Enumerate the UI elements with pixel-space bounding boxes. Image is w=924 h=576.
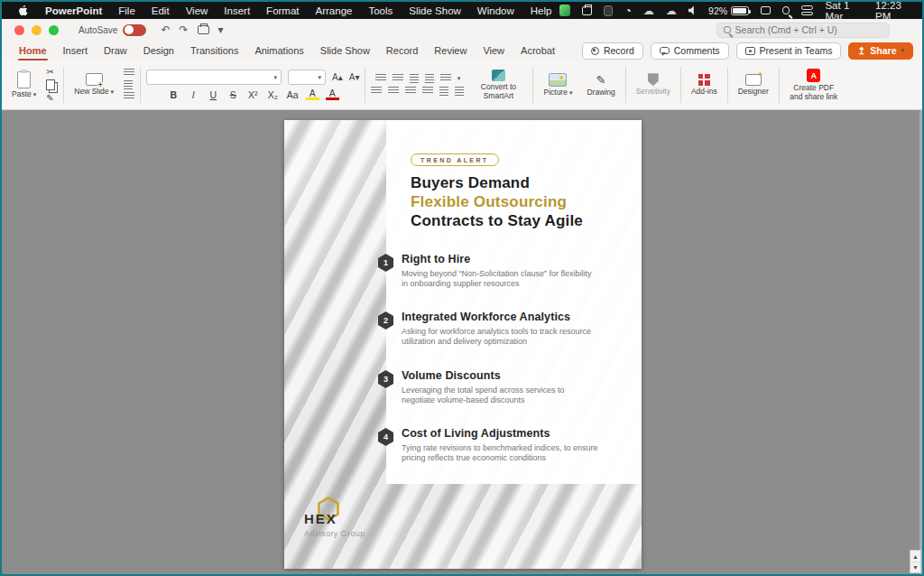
underline-button[interactable]: U bbox=[207, 89, 220, 100]
shrink-font-icon[interactable]: A▾ bbox=[349, 72, 360, 82]
increase-indent-button[interactable] bbox=[425, 74, 434, 83]
menu-view[interactable]: View bbox=[178, 5, 217, 16]
battery-indicator[interactable]: 92% bbox=[708, 5, 749, 16]
tab-insert[interactable]: Insert bbox=[55, 42, 97, 60]
align-left-button[interactable] bbox=[371, 87, 382, 96]
tab-animations[interactable]: Animations bbox=[246, 42, 311, 60]
font-name-select[interactable]: ▾ bbox=[146, 70, 282, 85]
hexagon-number-badge: 1 bbox=[378, 254, 393, 272]
sensitivity-button[interactable]: Sensitivity bbox=[632, 72, 675, 98]
zoom-window-button[interactable] bbox=[49, 25, 59, 35]
tab-view[interactable]: View bbox=[475, 42, 513, 60]
screen-mirroring-icon[interactable] bbox=[761, 6, 771, 14]
teams-icon bbox=[745, 47, 755, 55]
justify-button[interactable] bbox=[422, 87, 433, 96]
slide-canvas[interactable]: TREND ALERT Buyers Demand Flexible Outso… bbox=[2, 110, 922, 574]
menu-window[interactable]: Window bbox=[469, 5, 522, 16]
italic-button[interactable]: I bbox=[187, 89, 200, 100]
pen-icon: ✎ bbox=[596, 73, 606, 87]
line-spacing-button[interactable] bbox=[439, 87, 448, 96]
control-center-icon[interactable] bbox=[801, 5, 813, 15]
slide[interactable]: TREND ALERT Buyers Demand Flexible Outso… bbox=[284, 120, 642, 569]
autosave-control[interactable]: AutoSave bbox=[79, 24, 146, 36]
tab-review[interactable]: Review bbox=[426, 42, 475, 60]
font-color-button[interactable]: A bbox=[326, 88, 339, 100]
menu-arrange[interactable]: Arrange bbox=[308, 5, 361, 16]
menu-slide-show[interactable]: Slide Show bbox=[401, 5, 469, 16]
canvas-scroll-track[interactable] bbox=[919, 110, 922, 574]
tab-record[interactable]: Record bbox=[378, 42, 426, 60]
record-button[interactable]: Record bbox=[582, 42, 643, 60]
tab-design[interactable]: Design bbox=[135, 42, 182, 60]
designer-button[interactable]: Designer bbox=[734, 73, 773, 98]
bullets-button[interactable] bbox=[375, 74, 386, 83]
align-center-button[interactable] bbox=[388, 87, 399, 96]
undo-icon[interactable]: ↶ bbox=[161, 23, 170, 36]
align-right-button[interactable] bbox=[405, 87, 416, 96]
menu-insert[interactable]: Insert bbox=[216, 5, 258, 16]
change-case-button[interactable]: Aa bbox=[286, 89, 300, 100]
picture-button[interactable]: Picture▾ bbox=[539, 72, 577, 98]
subscript-button[interactable]: X₂ bbox=[266, 89, 280, 100]
columns-button[interactable] bbox=[455, 87, 464, 96]
strikethrough-button[interactable]: S bbox=[226, 89, 240, 100]
scroll-down-button[interactable]: ▼ bbox=[910, 562, 920, 572]
close-window-button[interactable] bbox=[14, 25, 24, 35]
menubar-app-name[interactable]: PowerPoint bbox=[37, 5, 110, 16]
menubar-date[interactable]: Sat 1 Mar bbox=[825, 0, 864, 22]
scroll-up-button[interactable]: ▲ bbox=[910, 551, 920, 562]
grow-font-icon[interactable]: A▴ bbox=[332, 72, 343, 82]
tab-home[interactable]: Home bbox=[11, 42, 55, 60]
copy-icon[interactable] bbox=[46, 79, 55, 90]
redo-icon[interactable]: ↷ bbox=[179, 23, 188, 36]
font-size-select[interactable]: ▾ bbox=[288, 70, 326, 85]
section-icon[interactable] bbox=[124, 92, 134, 101]
text-direction-button[interactable] bbox=[440, 74, 451, 83]
menu-help[interactable]: Help bbox=[522, 5, 560, 16]
printer-icon[interactable] bbox=[582, 6, 592, 15]
tab-slide-show[interactable]: Slide Show bbox=[312, 42, 378, 60]
logo-name: HEX bbox=[304, 511, 337, 526]
minimize-window-button[interactable] bbox=[32, 25, 42, 35]
tab-draw[interactable]: Draw bbox=[96, 42, 135, 60]
menu-file[interactable]: File bbox=[110, 5, 143, 16]
bold-button[interactable]: B bbox=[167, 89, 180, 100]
create-pdf-button[interactable]: A Create PDF and share link bbox=[785, 68, 843, 102]
apple-logo-icon[interactable] bbox=[9, 5, 37, 16]
menubar-time[interactable]: 12:23 PM bbox=[875, 0, 913, 22]
search-input[interactable] bbox=[735, 24, 882, 35]
layout-icon[interactable] bbox=[124, 69, 134, 78]
cloud-icon-2[interactable]: ☁ bbox=[666, 5, 677, 17]
list-item-1: 1 Right to Hire Moving beyond “Non-Solic… bbox=[378, 253, 611, 289]
tab-transitions[interactable]: Transitions bbox=[182, 42, 246, 60]
share-button[interactable]: ↥ Share ▾ bbox=[848, 42, 913, 60]
menu-tools[interactable]: Tools bbox=[360, 5, 401, 16]
autosave-toggle[interactable] bbox=[123, 24, 146, 36]
decrease-indent-button[interactable] bbox=[410, 74, 419, 83]
menu-edit[interactable]: Edit bbox=[143, 5, 178, 16]
comments-button[interactable]: Comments bbox=[651, 42, 729, 60]
volume-icon[interactable] bbox=[688, 5, 697, 15]
qat-customize-icon[interactable]: ▾ bbox=[218, 23, 224, 36]
status-dark-app-icon[interactable] bbox=[604, 5, 614, 16]
convert-to-smartart-button[interactable]: Convert to SmartArt bbox=[469, 69, 527, 101]
spotlight-search-icon[interactable] bbox=[782, 6, 790, 14]
drawing-button[interactable]: ✎ Drawing bbox=[582, 72, 619, 98]
numbering-button[interactable] bbox=[393, 74, 403, 83]
clock-icon[interactable]: ◔ bbox=[624, 5, 631, 17]
tab-acrobat[interactable]: Acrobat bbox=[513, 42, 563, 60]
present-in-teams-button[interactable]: Present in Teams bbox=[736, 42, 842, 60]
paste-button[interactable]: Paste▾ bbox=[7, 70, 41, 100]
cut-icon[interactable]: ✂ bbox=[46, 67, 58, 77]
format-painter-icon[interactable]: ✎ bbox=[46, 93, 58, 103]
menu-format[interactable]: Format bbox=[258, 5, 307, 16]
print-icon[interactable] bbox=[198, 25, 209, 34]
reset-icon[interactable] bbox=[124, 80, 133, 89]
highlight-color-button[interactable]: A bbox=[306, 88, 319, 100]
ribbon-search[interactable] bbox=[716, 23, 890, 38]
addins-button[interactable]: Add-ins bbox=[687, 73, 722, 98]
superscript-button[interactable]: X² bbox=[246, 89, 260, 100]
status-app-icon[interactable] bbox=[559, 5, 569, 16]
cloud-icon[interactable]: ☁ bbox=[643, 5, 654, 17]
new-slide-button[interactable]: New Slide▾ bbox=[69, 72, 118, 98]
